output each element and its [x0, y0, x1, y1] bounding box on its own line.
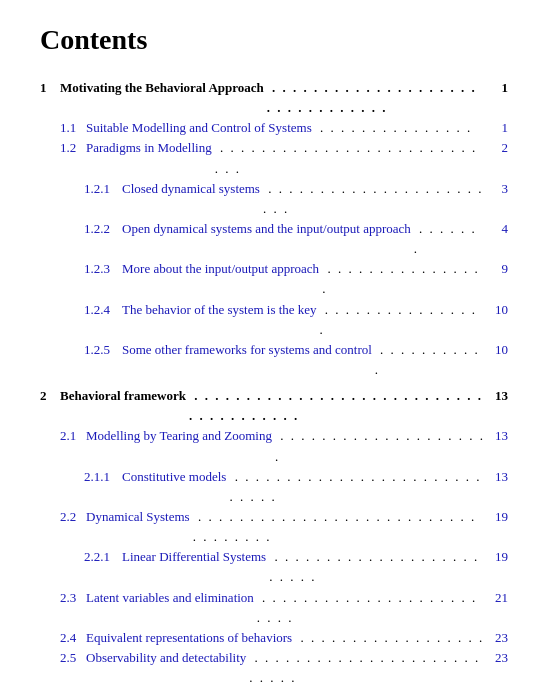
toc-container: 1 Motivating the Behavioral Approach . .…	[40, 78, 508, 687]
entry-1-2-dots: . . . . . . . . . . . . . . . . . . . . …	[212, 138, 488, 178]
entry-1-2-3: 1.2.3 More about the input/output approa…	[40, 259, 508, 299]
entry-1-2: 1.2 Paradigms in Modelling . . . . . . .…	[40, 138, 508, 178]
entry-1-1: 1.1 Suitable Modelling and Control of Sy…	[40, 118, 508, 138]
entry-1-2-5: 1.2.5 Some other frameworks for systems …	[40, 340, 508, 380]
entry-2-2-title: Dynamical Systems	[86, 507, 190, 527]
entry-1-2-1-dots: . . . . . . . . . . . . . . . . . . . . …	[260, 179, 488, 219]
entry-2-4-num: 2.4	[60, 628, 82, 648]
entry-2-5-dots: . . . . . . . . . . . . . . . . . . . . …	[246, 648, 488, 687]
section-1-num: 1	[40, 78, 54, 98]
section-2-title: Behavioral framework	[60, 386, 186, 406]
entry-2-3-dots: . . . . . . . . . . . . . . . . . . . . …	[254, 588, 488, 628]
entry-2-2-1-dots: . . . . . . . . . . . . . . . . . . . . …	[266, 547, 488, 587]
entry-1-1-title: Suitable Modelling and Control of System…	[86, 118, 312, 138]
entry-1-2-title: Paradigms in Modelling	[86, 138, 212, 158]
section-1-title: Motivating the Behavioral Approach	[60, 78, 264, 98]
entry-2-2-dots: . . . . . . . . . . . . . . . . . . . . …	[190, 507, 488, 547]
entry-2-3-page: 21	[488, 588, 508, 608]
entry-1-1-page: 1	[488, 118, 508, 138]
entry-2-2-1-title: Linear Differential Systems	[122, 547, 266, 567]
entry-1-2-page: 2	[488, 138, 508, 158]
entry-1-2-2-title: Open dynamical systems and the input/out…	[122, 219, 411, 239]
entry-1-2-5-dots: . . . . . . . . . . .	[372, 340, 488, 380]
entry-1-2-4-dots: . . . . . . . . . . . . . . . .	[317, 300, 488, 340]
entry-1-2-3-title: More about the input/output approach	[122, 259, 319, 279]
section-2-num: 2	[40, 386, 54, 406]
entry-1-2-5-num: 1.2.5	[84, 340, 118, 360]
entry-1-2-4-page: 10	[488, 300, 508, 320]
entry-2-2: 2.2 Dynamical Systems . . . . . . . . . …	[40, 507, 508, 547]
entry-1-2-2-num: 1.2.2	[84, 219, 118, 239]
section-2-header: 2 Behavioral framework . . . . . . . . .…	[40, 386, 508, 426]
entry-2-2-1-page: 19	[488, 547, 508, 567]
entry-1-2-4-title: The behavior of the system is the key	[122, 300, 317, 320]
entry-2-1: 2.1 Modelling by Tearing and Zooming . .…	[40, 426, 508, 466]
entry-1-2-2-dots: . . . . . . .	[411, 219, 488, 259]
section-2-page: 13	[488, 386, 508, 406]
entry-2-5-num: 2.5	[60, 648, 82, 668]
entry-1-1-dots: . . . . . . . . . . . . . . .	[312, 118, 488, 138]
section-1-page: 1	[488, 78, 508, 98]
entry-2-1-page: 13	[488, 426, 508, 446]
entry-2-4-page: 23	[488, 628, 508, 648]
entry-1-2-1-num: 1.2.1	[84, 179, 118, 199]
entry-1-2-2: 1.2.2 Open dynamical systems and the inp…	[40, 219, 508, 259]
entry-2-1-1-num: 2.1.1	[84, 467, 118, 487]
entry-2-2-page: 19	[488, 507, 508, 527]
entry-1-2-3-num: 1.2.3	[84, 259, 118, 279]
entry-2-4-title: Equivalent representations of behaviors	[86, 628, 292, 648]
entry-1-2-5-page: 10	[488, 340, 508, 360]
entry-2-1-dots: . . . . . . . . . . . . . . . . . . . . …	[272, 426, 488, 466]
entry-1-1-num: 1.1	[60, 118, 82, 138]
entry-2-1-1-page: 13	[488, 467, 508, 487]
entry-2-1-num: 2.1	[60, 426, 82, 446]
section-1-header: 1 Motivating the Behavioral Approach . .…	[40, 78, 508, 118]
entry-1-2-3-page: 9	[488, 259, 508, 279]
entry-2-3: 2.3 Latent variables and elimination . .…	[40, 588, 508, 628]
entry-2-1-1-title: Constitutive models	[122, 467, 226, 487]
entry-2-1-1: 2.1.1 Constitutive models . . . . . . . …	[40, 467, 508, 507]
entry-1-2-1-title: Closed dynamical systems	[122, 179, 260, 199]
entry-2-4: 2.4 Equivalent representations of behavi…	[40, 628, 508, 648]
entry-1-2-2-page: 4	[488, 219, 508, 239]
entry-2-3-title: Latent variables and elimination	[86, 588, 254, 608]
entry-1-2-4-num: 1.2.4	[84, 300, 118, 320]
entry-1-2-1-page: 3	[488, 179, 508, 199]
entry-2-5-page: 23	[488, 648, 508, 668]
entry-1-2-1: 1.2.1 Closed dynamical systems . . . . .…	[40, 179, 508, 219]
entry-2-1-title: Modelling by Tearing and Zooming	[86, 426, 272, 446]
page-title: Contents	[40, 24, 508, 56]
entry-2-5: 2.5 Observability and detectability . . …	[40, 648, 508, 687]
entry-1-2-3-dots: . . . . . . . . . . . . . . . .	[319, 259, 488, 299]
section-1-dots: . . . . . . . . . . . . . . . . . . . . …	[264, 78, 488, 118]
entry-1-2-num: 1.2	[60, 138, 82, 158]
entry-1-2-4: 1.2.4 The behavior of the system is the …	[40, 300, 508, 340]
entry-2-2-1: 2.2.1 Linear Differential Systems . . . …	[40, 547, 508, 587]
entry-2-2-1-num: 2.2.1	[84, 547, 118, 567]
entry-2-4-dots: . . . . . . . . . . . . . . . . . .	[292, 628, 488, 648]
entry-2-3-num: 2.3	[60, 588, 82, 608]
entry-1-2-5-title: Some other frameworks for systems and co…	[122, 340, 372, 360]
entry-2-2-num: 2.2	[60, 507, 82, 527]
entry-2-1-1-dots: . . . . . . . . . . . . . . . . . . . . …	[226, 467, 488, 507]
section-2-dots: . . . . . . . . . . . . . . . . . . . . …	[186, 386, 488, 426]
entry-2-5-title: Observability and detectability	[86, 648, 246, 668]
